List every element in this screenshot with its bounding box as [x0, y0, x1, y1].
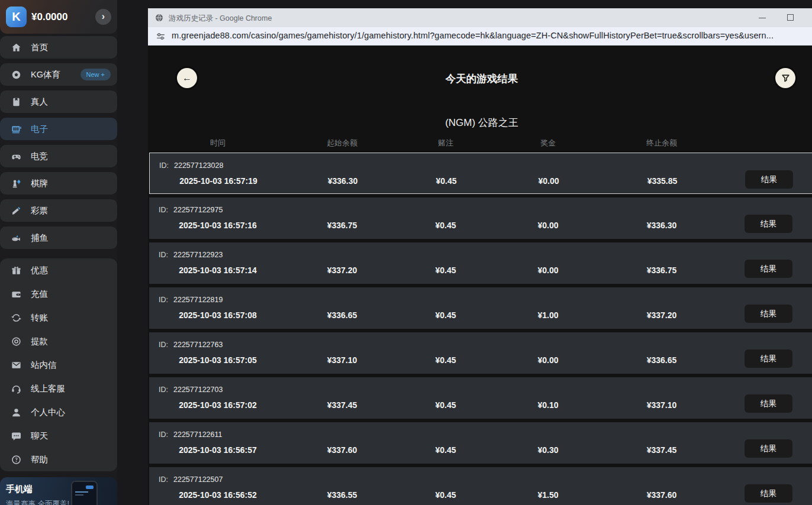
cell-end-balance: ¥337.45: [616, 445, 708, 455]
cell-bet: ¥0.45: [399, 310, 492, 320]
sidebar-nav-primary: 首页 KG体育 New + 真人 电子 电竞 棋牌: [0, 36, 117, 254]
row-id-label: ID:: [159, 206, 168, 214]
row-id-value: 222577122819: [173, 296, 223, 304]
fish-icon: [10, 232, 22, 244]
headset-icon: [10, 383, 22, 395]
wallet-icon: [10, 288, 22, 300]
gamepad-icon: [10, 150, 22, 163]
home-icon: [10, 41, 22, 54]
minimize-button[interactable]: [759, 18, 766, 18]
chess-spade-icon: [10, 177, 22, 190]
sidebar-item-fishing[interactable]: 捕鱼: [0, 226, 117, 249]
window-title: 游戏历史记录 - Google Chrome: [169, 14, 272, 24]
row-id-value: 222577122975: [173, 206, 223, 214]
result-button[interactable]: 结果: [745, 305, 792, 323]
sidebar-item-lottery[interactable]: 彩票: [0, 199, 117, 222]
table-row: ID:222577122703 2025-10-03 16:57:02 ¥337…: [149, 377, 812, 419]
table-row: ID:222577122975 2025-10-03 16:57:16 ¥336…: [149, 198, 812, 239]
result-button[interactable]: 结果: [745, 394, 792, 413]
sidebar-item-poker[interactable]: 棋牌: [0, 172, 117, 195]
cell-end-balance: ¥335.85: [616, 176, 708, 186]
result-button[interactable]: 结果: [745, 349, 792, 368]
sidebar-item-transfer[interactable]: 转账: [0, 306, 117, 329]
sidebar-item-label: 真人: [31, 96, 48, 108]
cell-start-balance: ¥336.65: [296, 310, 388, 320]
mobile-app-promo-card[interactable]: 手机端 海量赛事 全面覆盖!: [0, 477, 117, 505]
window-titlebar: 游戏历史记录 - Google Chrome: [148, 8, 812, 27]
mail-icon: [10, 359, 22, 371]
sidebar-item-slots[interactable]: 电子: [0, 118, 117, 140]
funnel-icon: [781, 73, 791, 83]
result-button[interactable]: 结果: [745, 215, 792, 233]
url-text[interactable]: m.greenjade88.com/casino/games/gamehisto…: [172, 31, 774, 40]
history-table-body: ID:222577123028 2025-10-03 16:57:19 ¥336…: [148, 153, 812, 505]
row-id: ID:222577122763: [159, 341, 223, 349]
table-row: ID:222577122763 2025-10-03 16:57:05 ¥337…: [149, 332, 812, 374]
cell-bet: ¥0.45: [399, 445, 492, 455]
site-settings-icon[interactable]: [156, 31, 166, 41]
chat-bubble-icon: [10, 430, 22, 442]
column-header-start-balance: 起始余额: [296, 138, 388, 148]
balance-card: K ¥0.0000 ›: [0, 0, 117, 34]
row-id-value: 222577122923: [173, 251, 223, 259]
sidebar-item-profile[interactable]: 个人中心: [0, 400, 117, 424]
row-id: ID:222577122975: [159, 206, 223, 214]
sidebar-item-label: 棋牌: [31, 178, 48, 189]
row-id: ID:222577122703: [159, 386, 223, 394]
soccer-icon: [10, 69, 22, 81]
result-button[interactable]: 结果: [745, 260, 792, 278]
cell-bet: ¥0.45: [399, 221, 492, 230]
result-button[interactable]: 结果: [745, 484, 792, 503]
sidebar-item-label: 提款: [31, 336, 48, 347]
row-id-value: 222577123028: [174, 161, 223, 170]
sidebar-item-label: 充值: [31, 289, 48, 300]
balance-amount: ¥0.0000: [31, 11, 67, 23]
sidebar-item-support[interactable]: 线上客服: [0, 377, 117, 400]
cell-time: 2025-10-03 16:57:16: [172, 221, 264, 230]
table-row: ID:222577122611 2025-10-03 16:56:57 ¥337…: [149, 422, 812, 464]
sidebar-item-label: 转账: [31, 312, 48, 323]
maximize-button[interactable]: [787, 14, 794, 21]
live-casino-icon: [10, 96, 22, 108]
result-button[interactable]: 结果: [745, 439, 792, 458]
sidebar-item-label: 首页: [31, 42, 48, 53]
game-history-page: ← 今天的游戏结果 (NGM) 公路之王 时间 起始余额 赌注 奖金 终止余额 …: [148, 46, 812, 505]
sidebar-item-messages[interactable]: 站内信: [0, 353, 117, 377]
sidebar-item-help[interactable]: 帮助: [0, 448, 117, 471]
row-id-label: ID:: [159, 341, 168, 349]
cell-end-balance: ¥337.60: [616, 490, 708, 500]
sidebar-item-withdraw[interactable]: 提款: [0, 329, 117, 353]
table-row: ID:222577122923 2025-10-03 16:57:14 ¥337…: [149, 242, 812, 284]
sidebar-item-label: 电竞: [31, 151, 48, 162]
sidebar-item-home[interactable]: 首页: [0, 36, 117, 59]
cell-start-balance: ¥337.60: [296, 445, 388, 455]
cell-prize: ¥0.00: [502, 176, 595, 186]
sidebar-item-live-casino[interactable]: 真人: [0, 90, 117, 113]
filter-button[interactable]: [775, 68, 795, 88]
mobile-card-subtitle: 海量赛事 全面覆盖!: [6, 499, 69, 505]
sidebar-item-label: 帮助: [31, 454, 48, 465]
chevron-right-icon[interactable]: ›: [95, 9, 111, 25]
row-id-label: ID:: [159, 251, 168, 259]
phone-mockup-image: [71, 481, 98, 505]
cell-start-balance: ¥337.10: [296, 355, 388, 365]
globe-favicon-icon: [154, 13, 164, 22]
sidebar-item-deposit[interactable]: 充值: [0, 282, 117, 306]
cell-time: 2025-10-03 16:57:08: [172, 310, 264, 320]
chrome-window: 游戏历史记录 - Google Chrome m.greenjade88.com…: [148, 8, 812, 505]
sidebar-item-kg-sports[interactable]: KG体育 New +: [0, 63, 117, 86]
question-icon: [10, 454, 22, 466]
sidebar-item-label: 捕鱼: [31, 232, 48, 244]
result-button[interactable]: 结果: [745, 170, 793, 189]
column-header-end-balance: 终止余额: [616, 138, 708, 148]
cell-start-balance: ¥336.30: [297, 176, 389, 186]
sidebar-item-label: 站内信: [31, 360, 57, 371]
mobile-card-title: 手机端: [6, 484, 33, 495]
column-header-time: 时间: [172, 138, 264, 148]
sidebar-item-esports[interactable]: 电竞: [0, 145, 117, 167]
sidebar-item-promotions[interactable]: 优惠: [0, 258, 117, 282]
brand-logo[interactable]: K: [6, 7, 27, 27]
cell-time: 2025-10-03 16:57:19: [172, 176, 265, 186]
slot-machine-icon: [10, 123, 22, 135]
sidebar-item-chat[interactable]: 聊天: [0, 424, 117, 448]
